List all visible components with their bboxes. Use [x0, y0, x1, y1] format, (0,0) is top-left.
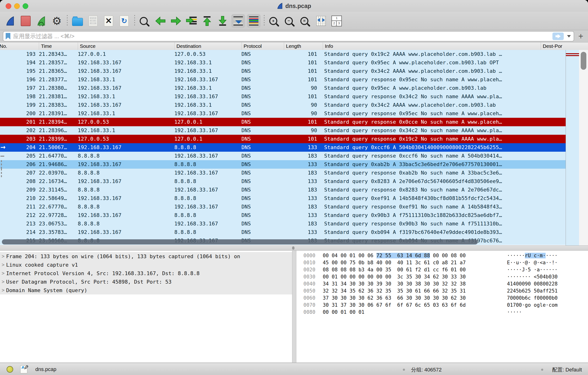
- go-back-icon[interactable]: [154, 14, 167, 28]
- detail-tree-row[interactable]: > Internet Protocol Version 4, Src: 192.…: [0, 269, 292, 278]
- packet-row[interactable]: 211 22.67770… 8.8.8.8 192.168.33.167 DNS…: [0, 203, 567, 211]
- column-header-protocol[interactable]: Protocol: [242, 42, 284, 50]
- packet-row[interactable]: 212 22.97728… 192.168.33.167 8.8.8.8 DNS…: [0, 211, 567, 219]
- detail-tree-row[interactable]: > Linux cooked capture v1: [0, 260, 292, 269]
- hex-row[interactable]: 0020 08 08 08 08 b3 4a 00 35 00 61 f2 d1…: [304, 266, 588, 273]
- go-last-packet-icon[interactable]: [216, 14, 230, 28]
- colorize-packets-icon[interactable]: [247, 14, 261, 28]
- column-header-length[interactable]: Length: [284, 42, 323, 50]
- cell-dest-port: [541, 58, 567, 67]
- cell-no: 212: [0, 211, 39, 219]
- packet-row[interactable]: 195 21.28365… 192.168.33.167 192.168.33.…: [0, 67, 567, 75]
- expert-info-icon[interactable]: [7, 366, 13, 373]
- column-header-source[interactable]: Source: [78, 42, 174, 50]
- filter-dropdown-caret-icon[interactable]: [567, 35, 571, 37]
- display-filter-input[interactable]: [13, 33, 550, 40]
- packet-row[interactable]: 200 21.28391… 192.168.33.1 192.168.33.16…: [0, 109, 567, 118]
- expand-chevron-icon[interactable]: >: [0, 271, 6, 276]
- display-filter-field[interactable]: [3, 31, 574, 42]
- hex-row[interactable]: 0060 37 30 30 30 30 62 36 63 66 30 30 30…: [304, 294, 588, 302]
- hex-row[interactable]: 0000 00 04 00 01 00 06 72 55 63 14 6d 88…: [304, 252, 588, 259]
- layout-chooser-icon[interactable]: 1 2 3: [330, 14, 344, 28]
- capture-options-gear-icon[interactable]: ⚙: [50, 14, 63, 28]
- close-file-icon[interactable]: ✕: [102, 14, 116, 28]
- open-file-folder-icon[interactable]: [71, 14, 84, 28]
- cell-info: Standard query response 0xef91 No such n…: [323, 203, 541, 211]
- pane-splitter[interactable]: [0, 245, 588, 251]
- capture-comment-icon[interactable]: [20, 365, 27, 373]
- expand-chevron-icon[interactable]: >: [0, 253, 6, 259]
- packet-row[interactable]: 199 21.28383… 192.168.33.167 192.168.33.…: [0, 101, 567, 109]
- packet-row[interactable]: 204 21.50067… 192.168.33.167 8.8.8.8 DNS…: [0, 143, 567, 152]
- scrollbar-minimap[interactable]: [566, 50, 579, 245]
- zoom-in-icon[interactable]: +: [268, 14, 281, 28]
- apply-filter-button[interactable]: [552, 32, 564, 40]
- find-packet-icon[interactable]: [138, 14, 152, 28]
- packet-row[interactable]: 193 21.28343… 127.0.0.1 127.0.0.53 DNS 1…: [0, 50, 567, 58]
- packet-row[interactable]: 196 21.28377… 192.168.33.1 192.168.33.16…: [0, 75, 567, 84]
- detail-tree-row[interactable]: > Frame 204: 133 bytes on wire (1064 bit…: [0, 252, 292, 260]
- hex-bytes: 30 31 37 30 30 06 67 6f 6f 67 6c 65 03 6…: [323, 302, 501, 309]
- packet-row[interactable]: 194 21.28357… 192.168.33.167 192.168.33.…: [0, 58, 567, 67]
- stop-capture-icon[interactable]: [19, 14, 32, 28]
- resize-columns-icon[interactable]: [314, 14, 328, 28]
- column-header-destination[interactable]: Destination: [174, 42, 242, 50]
- vertical-scrollbar[interactable]: [579, 50, 588, 245]
- auto-scroll-icon[interactable]: [231, 14, 245, 28]
- column-header-time[interactable]: Time: [39, 42, 78, 50]
- start-capture-fin-icon[interactable]: [3, 14, 17, 28]
- go-to-packet-icon[interactable]: [185, 14, 198, 28]
- horizontal-scrollbar-thumb[interactable]: [2, 239, 478, 244]
- packet-row[interactable]: 206 21.94686… 192.168.33.167 8.8.8.8 DNS…: [0, 160, 567, 169]
- column-header-dest-port[interactable]: Dest-Por: [541, 42, 567, 50]
- packet-row[interactable]: 205 21.64770… 8.8.8.8 192.168.33.167 DNS…: [0, 152, 567, 160]
- hex-row[interactable]: 0010 45 00 00 75 0b b8 40 00 40 11 3c 61…: [304, 259, 588, 266]
- column-header-info[interactable]: Info: [323, 42, 541, 50]
- cell-time: 21.28357…: [39, 58, 78, 67]
- detail-tree-row[interactable]: > User Datagram Protocol, Src Port: 4589…: [0, 278, 292, 286]
- hex-row[interactable]: 0030 00 01 00 00 00 00 00 00 3c 35 30 34…: [304, 273, 588, 280]
- add-filter-button[interactable]: +: [577, 32, 585, 41]
- splitter-grip[interactable]: [292, 246, 294, 250]
- packet-row[interactable]: 203 21.28399… 127.0.0.53 127.0.0.1 DNS 1…: [0, 135, 567, 143]
- vertical-scrollbar-thumb[interactable]: [581, 52, 586, 70]
- zoom-out-icon[interactable]: −: [283, 14, 297, 28]
- horizontal-scrollbar[interactable]: [0, 239, 565, 245]
- packet-row[interactable]: 201 21.28394… 127.0.0.53 127.0.0.1 DNS 1…: [0, 118, 567, 126]
- expand-chevron-icon[interactable]: >: [0, 262, 6, 268]
- filter-bookmark-icon[interactable]: [6, 33, 10, 40]
- save-file-icon[interactable]: 010100110101110: [86, 14, 100, 28]
- packet-row[interactable]: 209 22.31145… 8.8.8.8 192.168.33.167 DNS…: [0, 186, 567, 194]
- cell-time: 22.31145…: [39, 186, 78, 194]
- go-forward-icon[interactable]: [169, 14, 183, 28]
- cell-length: 133: [284, 160, 323, 169]
- status-bar: dns.pcap 分组: 406572 配置: Default: [0, 363, 588, 375]
- packet-row[interactable]: 202 21.28396… 192.168.33.1 192.168.33.16…: [0, 126, 567, 135]
- hex-row[interactable]: 0050 32 32 34 35 62 36 32 35 35 30 61 66…: [304, 287, 588, 294]
- packet-row[interactable]: 213 23.06753… 8.8.8.8 192.168.33.167 DNS…: [0, 219, 567, 228]
- cell-destination: 127.0.0.1: [174, 135, 242, 143]
- go-first-packet-icon[interactable]: [200, 14, 214, 28]
- hex-row[interactable]: 0080 00 00 01 00 01 ·····: [304, 309, 588, 316]
- packet-rows: 193 21.28343… 127.0.0.1 127.0.0.53 DNS 1…: [0, 50, 567, 245]
- column-header-no[interactable]: No.: [0, 42, 39, 50]
- cell-time: 21.28383…: [39, 101, 78, 109]
- hex-bytes: 00 00 01 00 01: [323, 309, 501, 316]
- hex-row[interactable]: 0070 30 31 37 30 30 06 67 6f 6f 67 6c 65…: [304, 302, 588, 309]
- reload-file-icon[interactable]: ↻: [117, 14, 131, 28]
- packet-row[interactable]: 197 21.28380… 192.168.33.167 192.168.33.…: [0, 84, 567, 92]
- zoom-reset-icon[interactable]: =: [299, 14, 312, 28]
- vertical-pane-splitter[interactable]: [292, 251, 296, 363]
- restart-capture-fin-icon[interactable]: [34, 14, 48, 28]
- hex-row[interactable]: 0040 34 31 34 30 30 30 39 30 30 30 38 30…: [304, 280, 588, 287]
- expand-chevron-icon[interactable]: >: [0, 279, 6, 285]
- packet-row[interactable]: 210 22.58649… 192.168.33.167 8.8.8.8 DNS…: [0, 194, 567, 203]
- hex-offset: 0060: [304, 294, 317, 302]
- packet-row[interactable]: 207 22.03970… 8.8.8.8 192.168.33.167 DNS…: [0, 169, 567, 177]
- expand-chevron-icon[interactable]: >: [0, 287, 6, 293]
- packet-row[interactable]: 208 22.16734… 192.168.33.167 8.8.8.8 DNS…: [0, 177, 567, 186]
- status-profile[interactable]: 配置: Default: [552, 366, 582, 373]
- detail-tree-row[interactable]: > Domain Name System (query): [0, 286, 292, 294]
- packet-row[interactable]: 214 23.35783… 192.168.33.167 8.8.8.8 DNS…: [0, 228, 567, 237]
- packet-row[interactable]: 198 21.28381… 192.168.33.1 192.168.33.16…: [0, 92, 567, 101]
